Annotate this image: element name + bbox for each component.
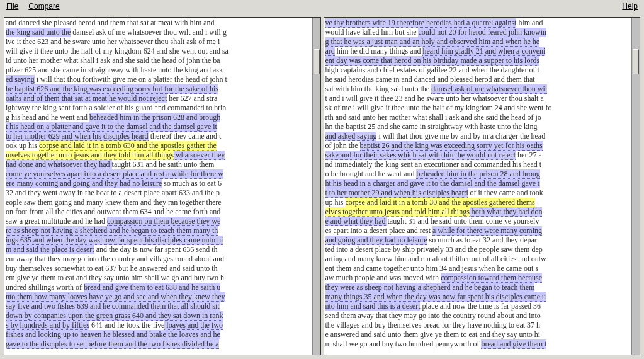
left-text[interactable]: and danced she pleased herod and them th… <box>4 18 312 355</box>
right-scrollbar[interactable] <box>631 18 640 355</box>
menu-file[interactable]: File <box>1 1 23 12</box>
panes: and danced she pleased herod and them th… <box>0 13 644 359</box>
scrollbar-thumb[interactable] <box>314 49 320 74</box>
left-pane: and danced she pleased herod and them th… <box>4 17 321 355</box>
right-pane: ve thy brothers wife 19 therefore herodi… <box>324 17 641 355</box>
scrollbar-thumb[interactable] <box>633 49 639 74</box>
menu-help[interactable]: Help <box>617 1 643 12</box>
left-scrollbar[interactable] <box>312 18 320 355</box>
right-text[interactable]: ve thy brothers wife 19 therefore herodi… <box>324 18 632 355</box>
menubar: File Compare Help <box>0 0 644 13</box>
menu-compare[interactable]: Compare <box>23 1 64 12</box>
